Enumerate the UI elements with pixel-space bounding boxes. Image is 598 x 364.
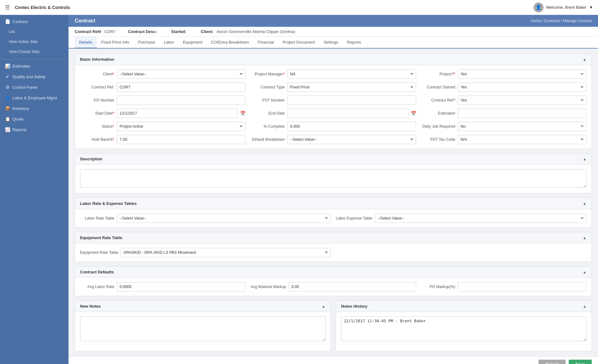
sidebar-item-view-active-jobs[interactable]: View Active Jobs bbox=[0, 37, 69, 47]
form-footer: Cancel Save bbox=[69, 356, 598, 364]
section-basic-info-header[interactable]: Basic Information ▲ bbox=[75, 54, 591, 65]
tab-settings[interactable]: Settings bbox=[319, 37, 343, 49]
sidebar-item-contract[interactable]: 📄 Contract bbox=[0, 16, 69, 27]
notes-col-history: Notes History ▲ 12/1/2017 11:38:45 PM - … bbox=[336, 300, 592, 351]
chevron-up-icon-equip: ▲ bbox=[583, 236, 586, 240]
inventory-label: Inventory bbox=[12, 106, 29, 111]
pct-complete-input[interactable] bbox=[287, 122, 416, 131]
section-equipment-rate: Equipment Rate Table ▲ Equipment Rate Ta… bbox=[75, 232, 592, 262]
equipment-rate-row: Equipment Rate Table DRASKID - DRA SKID … bbox=[80, 248, 586, 257]
client-select[interactable]: --Select Value-- bbox=[117, 69, 245, 79]
hamburger-menu[interactable]: ☰ bbox=[5, 4, 10, 11]
form-group-equipment-rate-table: Equipment Rate Table DRASKID - DRA SKID … bbox=[80, 248, 331, 257]
chevron-up-icon-labor: ▲ bbox=[583, 201, 586, 206]
estimate-input[interactable] bbox=[458, 109, 586, 118]
breadcrumb-home[interactable]: Home bbox=[531, 19, 541, 23]
section-notes-history-header[interactable]: Notes History ▲ bbox=[336, 301, 591, 312]
contract-type-select[interactable]: Fixed Price bbox=[287, 83, 416, 92]
contract-ref-input[interactable] bbox=[117, 83, 245, 92]
tab-financial[interactable]: Financial bbox=[253, 37, 278, 49]
section-labor-rate-header[interactable]: Labor Rate & Expense Tables ▲ bbox=[75, 198, 591, 209]
reports-label: Reports bbox=[12, 127, 27, 132]
sidebar-item-quality-safety[interactable]: ✔ Quality and Safety bbox=[0, 71, 69, 82]
tab-reports[interactable]: Reports bbox=[343, 37, 366, 49]
end-date-input[interactable] bbox=[287, 109, 408, 118]
inventory-icon: 📦 bbox=[5, 106, 10, 111]
contract-ref2-select[interactable]: Yes bbox=[458, 96, 586, 105]
po-markup-label: PO Markup(%) bbox=[421, 285, 455, 289]
contract-started-label: Contract Started bbox=[421, 85, 455, 89]
tab-details[interactable]: Details bbox=[75, 37, 97, 49]
section-contract-defaults-header[interactable]: Contract Defaults ▲ bbox=[75, 267, 591, 278]
labor-label: Labor & Employee Mgmt bbox=[12, 96, 57, 100]
po-number-input[interactable] bbox=[117, 96, 245, 105]
tab-labor[interactable]: Labor bbox=[159, 37, 178, 49]
contract-icon: 📄 bbox=[5, 19, 10, 24]
contract-client: Client: Aecon Sommerville Alberta Clippe… bbox=[201, 29, 295, 34]
start-date-input[interactable] bbox=[117, 109, 238, 118]
chevron-up-icon-notes-history: ▲ bbox=[583, 304, 586, 309]
project-select[interactable]: Yes bbox=[458, 69, 586, 79]
start-date-calendar-icon[interactable]: 📅 bbox=[240, 111, 245, 116]
breadcrumb-current: Manage Contract bbox=[563, 19, 592, 23]
quote-icon: 📋 bbox=[5, 116, 10, 121]
sidebar-item-labor-emp[interactable]: 👤 Labor & Employee Mgmt bbox=[0, 92, 69, 103]
form-area: Basic Information ▲ Client* --Select Val… bbox=[69, 49, 598, 356]
daily-job-select[interactable]: No bbox=[458, 122, 586, 131]
form-group-status: Status* Project Active bbox=[80, 122, 245, 131]
chevron-down-icon[interactable]: ▼ bbox=[589, 5, 593, 10]
tabs: Details Fixed Price Info Purchase Labor … bbox=[69, 37, 598, 49]
tab-purchase[interactable]: Purchase bbox=[134, 37, 159, 49]
po-markup-input[interactable] bbox=[458, 282, 586, 291]
labor-rate-table-select[interactable]: --Select Value-- bbox=[117, 214, 331, 223]
description-textarea[interactable] bbox=[80, 169, 586, 188]
page-header: Contract Home / Contracts / Manage Contr… bbox=[69, 15, 598, 27]
sidebar-item-inventory[interactable]: 📦 Inventory bbox=[0, 103, 69, 114]
sidebar-item-list[interactable]: List bbox=[0, 27, 69, 37]
form-group-contract-ref: Contract Ref. bbox=[80, 83, 245, 92]
end-date-calendar-icon[interactable]: 📅 bbox=[411, 111, 416, 116]
tab-fixed-price-info[interactable]: Fixed Price Info bbox=[97, 37, 134, 49]
section-equipment-rate-header[interactable]: Equipment Rate Table ▲ bbox=[75, 232, 591, 243]
default-breakdown-select[interactable]: --Select Value-- bbox=[287, 135, 416, 144]
section-basic-info: Basic Information ▲ Client* --Select Val… bbox=[75, 54, 592, 149]
form-group-labor-expense-table: Labor Expense Table --Select Value-- bbox=[336, 214, 586, 223]
labor-expense-table-select[interactable]: --Select Value-- bbox=[375, 214, 586, 223]
save-button[interactable]: Save bbox=[569, 360, 592, 364]
sidebar-item-control-panel[interactable]: ⚙ Control Panel bbox=[0, 82, 69, 92]
section-new-notes-header[interactable]: New Notes ▲ bbox=[75, 301, 330, 312]
tab-equipment[interactable]: Equipment bbox=[178, 37, 206, 49]
section-new-notes: New Notes ▲ bbox=[75, 300, 331, 351]
pst-tax-select[interactable]: N/A bbox=[458, 135, 586, 144]
sidebar-item-quote[interactable]: 📋 Quote bbox=[0, 114, 69, 124]
sidebar-item-view-closed-jobs[interactable]: View Closed Jobs bbox=[0, 47, 69, 57]
form-group-avg-material: Avg Material Markup bbox=[250, 282, 416, 291]
pst-number-input[interactable] bbox=[287, 96, 416, 105]
tab-co-extra[interactable]: CO/Extra Breakdown bbox=[206, 37, 253, 49]
section-contract-defaults-body: Avg Labor Rate Avg Material Markup PO Ma… bbox=[75, 278, 591, 296]
top-header: ☰ Centec Electric & Controls 👤 Welcome, … bbox=[0, 0, 598, 15]
project-manager-select[interactable]: NA bbox=[287, 69, 416, 79]
contract-started-label: Started: bbox=[171, 29, 188, 34]
new-notes-textarea[interactable] bbox=[80, 316, 325, 341]
form-row-4: Start Date* 📅 End Date 📅 Estimate# bbox=[80, 109, 586, 118]
sidebar-item-estimates[interactable]: 📊 Estimates bbox=[0, 61, 69, 71]
contract-started-select[interactable]: Yes bbox=[458, 83, 586, 92]
sidebar-item-reports[interactable]: 📈 Reports bbox=[0, 124, 69, 135]
cancel-button[interactable]: Cancel bbox=[539, 360, 566, 364]
form-row-6: Hold Back%* Default Breakdown --Select V… bbox=[80, 135, 586, 144]
form-group-po-number: PO Number bbox=[80, 96, 245, 105]
form-group-project-manager: Project Manager* NA bbox=[250, 69, 416, 79]
hold-back-input[interactable] bbox=[117, 135, 245, 144]
status-select[interactable]: Project Active bbox=[117, 122, 245, 131]
breadcrumb-contracts[interactable]: Contracts bbox=[544, 19, 560, 23]
avg-material-input[interactable] bbox=[289, 282, 416, 291]
form-row-3: PO Number PST Number Contract Ref? Yes bbox=[80, 96, 586, 105]
view-active-jobs-label: View Active Jobs bbox=[9, 40, 38, 44]
section-description-body bbox=[75, 165, 591, 193]
form-group-pst-number: PST Number bbox=[250, 96, 416, 105]
avg-labor-input[interactable] bbox=[117, 282, 245, 291]
equipment-rate-table-select[interactable]: DRASKID - DRA SKID L3 PBS Movement bbox=[121, 248, 331, 257]
section-description-header[interactable]: Description ▲ bbox=[75, 154, 591, 165]
tab-project-document[interactable]: Project Document bbox=[278, 37, 319, 49]
